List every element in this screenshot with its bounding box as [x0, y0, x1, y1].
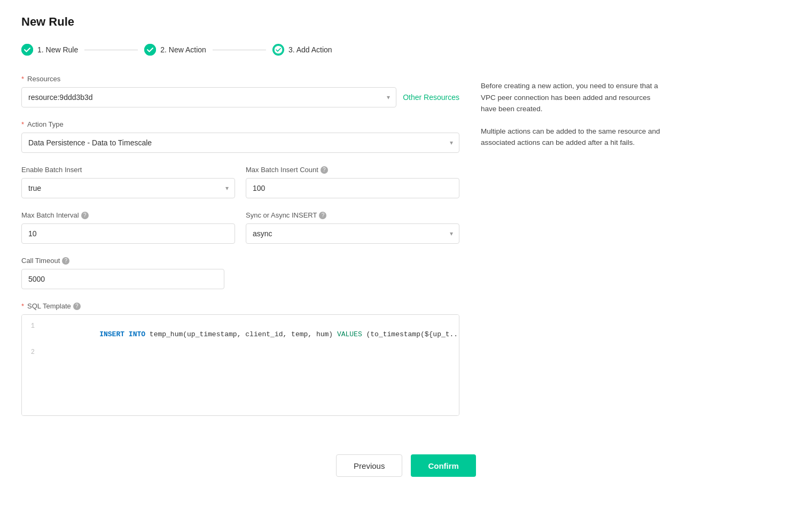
step-connector-1: [84, 50, 138, 50]
sql-line-num-1: 1: [22, 322, 41, 330]
page-title: New Rule: [21, 15, 791, 29]
step-1: 1. New Rule: [21, 44, 78, 56]
sync-async-select-wrapper: async ▾: [246, 223, 459, 244]
sync-async-col: Sync or Async INSERT ? async ▾: [246, 211, 459, 257]
action-type-label: * Action Type: [21, 120, 459, 128]
enable-batch-col: Enable Batch Insert true ▾: [21, 166, 235, 211]
max-batch-interval-help-icon: ?: [81, 212, 89, 219]
sql-template-label: * SQL Template ?: [21, 302, 459, 310]
batch-insert-row: Enable Batch Insert true ▾ Max Bat: [21, 166, 459, 211]
enable-batch-label: Enable Batch Insert: [21, 166, 235, 174]
call-timeout-group: Call Timeout ?: [21, 257, 459, 289]
sync-async-help-icon: ?: [319, 212, 326, 219]
step-2-icon: [144, 44, 156, 56]
required-star: *: [21, 75, 24, 83]
max-batch-count-help-icon: ?: [321, 166, 328, 174]
sync-async-select[interactable]: async: [246, 223, 459, 244]
step-1-label: 1. New Rule: [37, 45, 78, 54]
sidebar-info-2: Multiple actions can be added to the sam…: [481, 126, 662, 149]
form-section: * Resources resource:9ddd3b3d ▾ Other Re…: [21, 75, 459, 429]
enable-batch-group: Enable Batch Insert true ▾: [21, 166, 235, 198]
step-3-label: 3. Add Action: [288, 45, 332, 54]
step-1-icon: [21, 44, 33, 56]
enable-batch-select-wrapper: true ▾: [21, 178, 235, 198]
batch-interval-row: Max Batch Interval ? Sync or Async INSER…: [21, 211, 459, 257]
content-area: * Resources resource:9ddd3b3d ▾ Other Re…: [21, 75, 791, 429]
step-3-icon: [272, 44, 284, 56]
action-type-select-wrapper: Data Persistence - Data to Timescale ▾: [21, 133, 459, 153]
svg-point-2: [274, 45, 283, 54]
action-type-select[interactable]: Data Persistence - Data to Timescale: [21, 133, 459, 153]
resources-row: resource:9ddd3b3d ▾ Other Resources: [21, 87, 459, 107]
enable-batch-select[interactable]: true: [21, 178, 235, 198]
page-wrapper: New Rule 1. New Rule 2. New Action: [0, 0, 812, 526]
call-timeout-label: Call Timeout ?: [21, 257, 459, 265]
max-batch-count-col: Max Batch Insert Count ?: [246, 166, 459, 211]
stepper: 1. New Rule 2. New Action 3. Add Action: [21, 44, 791, 56]
step-2-label: 2. New Action: [160, 45, 206, 54]
resources-select[interactable]: resource:9ddd3b3d: [21, 87, 396, 107]
sql-kw-insert: INSERT INTO: [99, 330, 145, 338]
step-2: 2. New Action: [144, 44, 206, 56]
sql-args: (to_timestamp(${up_t...: [362, 330, 459, 338]
step-connector-2: [213, 50, 266, 50]
sql-line-2: 2: [22, 347, 459, 357]
sql-required-star: *: [21, 302, 24, 310]
sidebar-info: Before creating a new action, you need t…: [481, 75, 662, 429]
sql-template-group: * SQL Template ? 1 INSERT INTO temp_hum(…: [21, 302, 459, 416]
step-3: 3. Add Action: [272, 44, 332, 56]
resources-label: * Resources: [21, 75, 459, 83]
sql-line-num-2: 2: [22, 349, 41, 356]
svg-point-1: [144, 44, 156, 56]
sql-table: temp_hum(up_timestamp, client_id, temp, …: [145, 330, 337, 338]
sync-async-group: Sync or Async INSERT ? async ▾: [246, 211, 459, 244]
svg-point-0: [21, 44, 33, 56]
sql-editor[interactable]: 1 INSERT INTO temp_hum(up_timestamp, cli…: [21, 314, 459, 416]
resources-group: * Resources resource:9ddd3b3d ▾ Other Re…: [21, 75, 459, 107]
call-timeout-input[interactable]: [21, 269, 224, 289]
resources-select-wrapper: resource:9ddd3b3d ▾: [21, 87, 396, 107]
action-type-group: * Action Type Data Persistence - Data to…: [21, 120, 459, 153]
sync-async-label: Sync or Async INSERT ?: [246, 211, 459, 219]
bottom-actions: Previous Confirm: [21, 454, 791, 498]
max-batch-interval-group: Max Batch Interval ?: [21, 211, 235, 244]
max-batch-count-label: Max Batch Insert Count ?: [246, 166, 459, 174]
call-timeout-help-icon: ?: [62, 257, 69, 265]
sql-template-help-icon: ?: [73, 303, 81, 310]
confirm-button[interactable]: Confirm: [411, 454, 476, 477]
sql-line-1: 1 INSERT INTO temp_hum(up_timestamp, cli…: [22, 321, 459, 347]
max-batch-interval-input[interactable]: [21, 223, 235, 244]
sql-code-1: INSERT INTO temp_hum(up_timestamp, clien…: [41, 322, 459, 346]
sidebar-info-1: Before creating a new action, you need t…: [481, 80, 662, 115]
max-batch-count-input[interactable]: [246, 178, 459, 198]
other-resources-link[interactable]: Other Resources: [403, 93, 459, 102]
action-type-required-star: *: [21, 120, 24, 128]
max-batch-interval-col: Max Batch Interval ?: [21, 211, 235, 257]
previous-button[interactable]: Previous: [336, 454, 402, 477]
sql-kw-values: VALUES: [337, 330, 362, 338]
max-batch-count-group: Max Batch Insert Count ?: [246, 166, 459, 198]
max-batch-interval-label: Max Batch Interval ?: [21, 211, 235, 219]
